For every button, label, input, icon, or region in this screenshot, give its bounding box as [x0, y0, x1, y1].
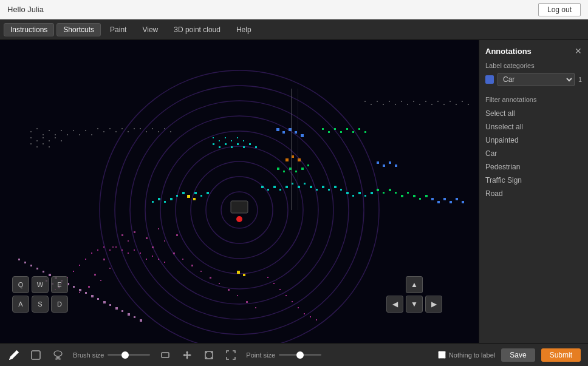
svg-rect-188	[425, 101, 426, 102]
svg-rect-214	[24, 262, 26, 263]
svg-rect-62	[316, 319, 317, 320]
nav-right-button[interactable]: ▶	[425, 296, 442, 313]
key-row-1: Q W E	[12, 276, 68, 293]
resize-tool[interactable]	[202, 348, 216, 362]
canvas-area[interactable]: Q W E A S D ▲ ◀ ▼ ▶	[0, 40, 479, 343]
category-select[interactable]: Car Pedestrian Traffic Sign Road	[497, 73, 575, 86]
save-button[interactable]: Save	[501, 348, 535, 362]
filter-select-all[interactable]: Select all	[485, 107, 582, 120]
key-s[interactable]: S	[32, 296, 49, 313]
move-tool[interactable]	[180, 348, 194, 362]
key-d[interactable]: D	[51, 296, 68, 313]
svg-rect-132	[295, 131, 297, 134]
svg-rect-28	[228, 289, 230, 291]
filter-traffic-sign[interactable]: Traffic Sign	[485, 174, 582, 187]
menu-help[interactable]: Help	[230, 23, 258, 36]
svg-rect-199	[73, 286, 75, 288]
svg-rect-20	[88, 286, 90, 288]
svg-rect-162	[30, 137, 32, 138]
submit-button[interactable]: Submit	[541, 348, 581, 362]
svg-rect-63	[261, 186, 264, 188]
filter-pedestrian[interactable]: Pedestrian	[485, 160, 582, 174]
svg-rect-171	[158, 131, 159, 132]
key-e[interactable]: E	[51, 276, 68, 293]
close-panel-button[interactable]: ✕	[575, 46, 582, 56]
svg-rect-139	[437, 201, 440, 203]
menu-view[interactable]: View	[135, 23, 165, 36]
nothing-to-label-checkbox[interactable]	[438, 351, 446, 359]
svg-rect-155	[97, 128, 98, 129]
svg-rect-11	[128, 240, 129, 242]
panel-header: Annotations ✕	[485, 46, 582, 56]
svg-rect-19	[100, 280, 101, 281]
svg-rect-140	[443, 198, 446, 200]
key-a[interactable]: A	[12, 296, 29, 313]
menu-paint[interactable]: Paint	[103, 23, 133, 36]
lasso-tool[interactable]	[51, 348, 64, 362]
svg-rect-145	[36, 128, 38, 129]
logout-button[interactable]: Log out	[538, 3, 581, 16]
filter-unpainted[interactable]: Unpainted	[485, 134, 582, 147]
svg-rect-142	[456, 198, 458, 200]
svg-rect-48	[85, 259, 86, 260]
annotations-panel: Annotations ✕ Label categories Car Pedes…	[479, 40, 588, 343]
svg-rect-194	[462, 101, 463, 102]
svg-rect-65	[273, 186, 276, 188]
svg-rect-55	[273, 283, 275, 284]
svg-rect-23	[182, 259, 183, 260]
svg-rect-130	[282, 131, 285, 134]
svg-rect-123	[334, 128, 336, 130]
nav-down-button[interactable]: ▼	[406, 296, 423, 313]
svg-rect-215	[18, 259, 20, 260]
key-q[interactable]: Q	[12, 276, 29, 293]
menu-shortcuts[interactable]: Shortcuts	[56, 23, 101, 36]
svg-rect-34	[176, 234, 178, 236]
svg-rect-103	[231, 140, 232, 141]
svg-rect-73	[322, 186, 324, 188]
svg-rect-125	[346, 128, 348, 130]
svg-rect-222	[187, 195, 190, 198]
nav-left-button[interactable]: ◀	[386, 296, 403, 313]
brush-size-slider[interactable]	[108, 354, 150, 356]
filter-car[interactable]: Car	[485, 147, 582, 160]
svg-rect-36	[97, 249, 98, 251]
svg-rect-137	[395, 164, 397, 167]
svg-rect-47	[164, 262, 165, 263]
pencil-tool[interactable]	[7, 348, 21, 362]
select-tool[interactable]	[29, 348, 43, 362]
nav-up-button[interactable]: ▲	[406, 276, 423, 293]
svg-rect-149	[61, 130, 62, 131]
point-size-label: Point size	[246, 351, 275, 359]
svg-rect-189	[431, 104, 432, 105]
svg-rect-77	[346, 192, 349, 194]
svg-rect-13	[112, 246, 114, 248]
svg-rect-159	[121, 128, 123, 129]
svg-rect-205	[109, 304, 111, 306]
menu-3d-point-cloud[interactable]: 3D point cloud	[167, 23, 227, 36]
svg-rect-133	[301, 134, 304, 137]
nothing-to-label-control[interactable]: Nothing to label	[438, 351, 495, 359]
svg-rect-71	[310, 186, 312, 188]
fullscreen-tool[interactable]	[224, 348, 238, 362]
svg-rect-143	[462, 201, 464, 203]
svg-rect-10	[121, 234, 123, 236]
svg-rect-16	[103, 259, 105, 260]
svg-rect-228	[298, 158, 301, 161]
svg-rect-26	[210, 277, 211, 279]
svg-rect-192	[450, 101, 451, 102]
svg-rect-106	[277, 168, 279, 170]
svg-rect-224	[237, 271, 240, 274]
svg-rect-37	[103, 246, 104, 248]
svg-rect-156	[103, 131, 104, 132]
key-w[interactable]: W	[32, 276, 49, 293]
filter-road[interactable]: Road	[485, 187, 582, 200]
svg-rect-87	[176, 195, 178, 197]
svg-rect-201	[85, 292, 87, 294]
menu-instructions[interactable]: Instructions	[4, 23, 54, 36]
rectangle-tool[interactable]	[159, 348, 172, 362]
svg-rect-67	[285, 186, 288, 188]
toolbar-right: Nothing to label Save Submit	[438, 348, 581, 362]
point-size-slider[interactable]	[279, 354, 321, 356]
filter-unselect-all[interactable]: Unselect all	[485, 120, 582, 134]
toolbar: Brush size Point size Nothing to label S…	[0, 343, 588, 366]
